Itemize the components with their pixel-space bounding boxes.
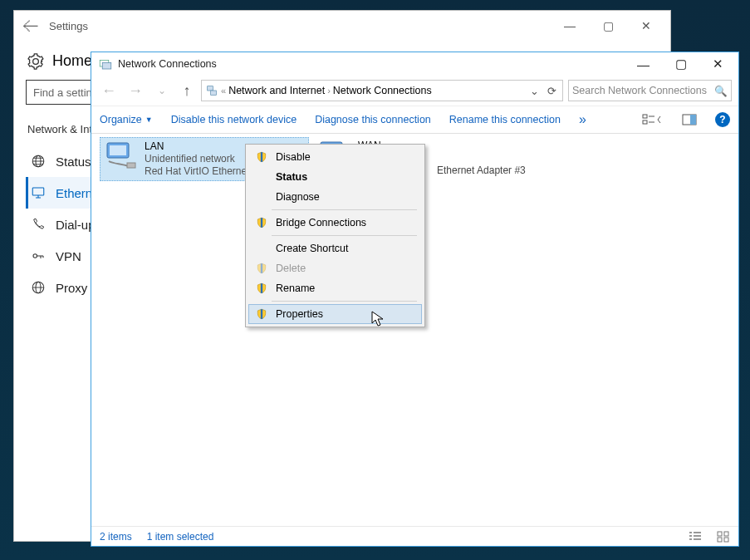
network-icon bbox=[205, 84, 218, 97]
nav-up-icon[interactable]: ↑ bbox=[178, 82, 196, 100]
large-icons-view-icon[interactable] bbox=[717, 531, 730, 543]
adapter-lan-icon bbox=[103, 140, 138, 170]
ctx-status-label: Status bbox=[276, 171, 307, 183]
search-icon: 🔍 bbox=[714, 85, 728, 97]
settings-search[interactable]: Find a setting bbox=[26, 80, 100, 105]
ctx-disable[interactable]: Disable bbox=[248, 147, 422, 167]
dropdown-icon: ▼ bbox=[145, 115, 153, 124]
help-icon[interactable]: ? bbox=[715, 112, 730, 127]
settings-titlebar: 🡠 Settings — ▢ ✕ bbox=[14, 11, 670, 41]
nc-maximize-button[interactable]: ▢ bbox=[662, 53, 699, 75]
ctx-shortcut-label: Create Shortcut bbox=[276, 243, 349, 254]
nc-search-placeholder: Search Network Connections bbox=[572, 85, 714, 96]
minimize-button[interactable]: — bbox=[551, 14, 589, 37]
ctx-properties[interactable]: Properties bbox=[248, 304, 422, 324]
ctx-disable-label: Disable bbox=[276, 151, 311, 163]
monitor-icon bbox=[31, 185, 46, 200]
svg-rect-15 bbox=[110, 145, 126, 155]
svg-rect-13 bbox=[690, 115, 696, 125]
status-items: 2 items bbox=[100, 531, 132, 543]
breadcrumb-p1[interactable]: Network and Internet bbox=[228, 85, 325, 96]
maximize-button[interactable]: ▢ bbox=[589, 14, 627, 37]
shield-icon bbox=[254, 263, 269, 274]
ctx-diagnose-label: Diagnose bbox=[276, 191, 320, 203]
close-button[interactable]: ✕ bbox=[627, 14, 665, 37]
svg-rect-19 bbox=[718, 532, 722, 536]
nav-dialup-label: Dial-up bbox=[56, 218, 96, 232]
shield-icon bbox=[254, 282, 269, 294]
ctx-rename[interactable]: Rename bbox=[248, 278, 422, 298]
svg-rect-2 bbox=[32, 188, 44, 195]
search-placeholder: Find a setting bbox=[33, 86, 98, 99]
svg-rect-10 bbox=[643, 115, 647, 118]
organize-label: Organize bbox=[100, 114, 142, 125]
disable-device-button[interactable]: Disable this network device bbox=[171, 114, 297, 125]
nc-titlebar[interactable]: Network Connections — ▢ ✕ bbox=[91, 52, 738, 76]
shield-icon bbox=[254, 308, 269, 320]
nc-search[interactable]: Search Network Connections 🔍 bbox=[568, 80, 732, 101]
context-menu: Disable Status Diagnose Bridge Connectio… bbox=[245, 144, 425, 327]
ctx-bridge[interactable]: Bridge Connections bbox=[248, 213, 422, 233]
ctx-delete-label: Delete bbox=[276, 263, 306, 274]
globe-icon bbox=[31, 280, 46, 295]
svg-rect-11 bbox=[643, 120, 647, 124]
svg-rect-9 bbox=[211, 91, 217, 95]
rename-button[interactable]: Rename this connection bbox=[449, 114, 561, 125]
ctx-bridge-label: Bridge Connections bbox=[276, 217, 366, 228]
nc-title: Network Connections bbox=[118, 58, 217, 70]
phone-icon bbox=[31, 217, 46, 232]
address-dropdown-icon[interactable]: ⌄ bbox=[527, 85, 542, 97]
refresh-icon[interactable]: ⟳ bbox=[544, 85, 559, 97]
details-view-icon[interactable] bbox=[689, 531, 702, 543]
network-folder-icon bbox=[98, 56, 113, 71]
menu-separator bbox=[272, 209, 417, 210]
address-bar[interactable]: « Network and Internet › Network Connect… bbox=[201, 80, 563, 101]
preview-pane-icon[interactable] bbox=[682, 114, 697, 125]
svg-rect-7 bbox=[102, 63, 111, 70]
globe-icon bbox=[31, 154, 46, 169]
shield-icon bbox=[254, 217, 269, 228]
svg-rect-20 bbox=[724, 532, 728, 536]
breadcrumb-p2[interactable]: Network Connections bbox=[333, 85, 432, 96]
ctx-delete: Delete bbox=[248, 258, 422, 278]
nav-status-label: Status bbox=[56, 155, 91, 169]
view-options-icon[interactable] bbox=[642, 113, 664, 126]
nav-recent-icon[interactable]: ⌄ bbox=[151, 85, 173, 96]
organize-menu[interactable]: Organize ▼ bbox=[100, 114, 153, 125]
menu-separator bbox=[272, 301, 417, 302]
menu-separator bbox=[272, 235, 417, 236]
ctx-properties-label: Properties bbox=[276, 308, 323, 320]
ctx-status[interactable]: Status bbox=[248, 167, 422, 187]
home-label: Home bbox=[52, 52, 92, 70]
ctx-diagnose[interactable]: Diagnose bbox=[248, 187, 422, 207]
svg-point-3 bbox=[33, 254, 37, 258]
settings-title: Settings bbox=[49, 20, 88, 32]
back-icon[interactable]: 🡠 bbox=[19, 11, 42, 41]
svg-rect-8 bbox=[208, 86, 213, 91]
ctx-shortcut[interactable]: Create Shortcut bbox=[248, 238, 422, 258]
nc-statusbar: 2 items 1 item selected bbox=[91, 526, 738, 546]
svg-rect-22 bbox=[724, 538, 728, 542]
nav-vpn-label: VPN bbox=[56, 249, 81, 263]
adapter-wan-device: Ethernet Adapter #3 bbox=[437, 165, 526, 177]
nc-navbar: ← → ⌄ ↑ « Network and Internet › Network… bbox=[91, 76, 738, 106]
ctx-rename-label: Rename bbox=[276, 282, 315, 294]
svg-rect-21 bbox=[718, 538, 722, 542]
svg-rect-16 bbox=[127, 163, 135, 168]
more-icon[interactable]: » bbox=[579, 112, 586, 127]
nc-close-button[interactable]: ✕ bbox=[699, 53, 737, 75]
status-selected: 1 item selected bbox=[147, 531, 214, 543]
nav-proxy-label: Proxy bbox=[56, 281, 87, 295]
vpn-icon bbox=[31, 248, 46, 263]
nav-back-icon[interactable]: ← bbox=[98, 82, 120, 100]
nc-minimize-button[interactable]: — bbox=[625, 53, 662, 75]
gear-icon bbox=[27, 53, 44, 70]
nav-forward-icon: → bbox=[125, 82, 146, 100]
chevron-right-icon[interactable]: › bbox=[327, 86, 331, 96]
chevron-icon: « bbox=[221, 86, 226, 96]
diagnose-button[interactable]: Diagnose this connection bbox=[315, 114, 431, 125]
shield-icon bbox=[254, 151, 269, 163]
nc-toolbar: Organize ▼ Disable this network device D… bbox=[91, 106, 738, 134]
